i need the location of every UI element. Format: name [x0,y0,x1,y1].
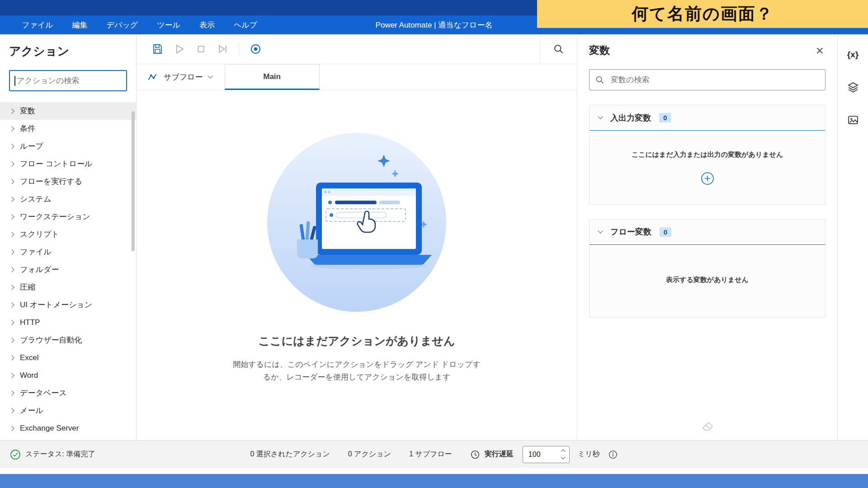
variables-panel-title: 変数 [589,43,610,57]
action-category-word[interactable]: Word [0,366,136,384]
chevron-right-icon [9,126,14,131]
image-icon [847,113,859,126]
action-category-file[interactable]: ファイル [0,243,136,261]
variables-pane-toggle[interactable]: {x} [844,45,863,64]
action-category-http[interactable]: HTTP [0,314,136,331]
stop-button[interactable] [190,38,212,60]
action-category-database[interactable]: データベース [0,384,136,402]
subflow-tab-bar: サブフロー Main [137,64,577,90]
chevron-right-icon [9,214,14,219]
spin-up-icon[interactable] [561,450,566,454]
chevron-right-icon [9,267,14,272]
stop-icon [195,43,207,55]
record-icon [250,43,262,55]
images-pane-toggle[interactable] [844,110,863,129]
status-text: ステータス: 準備完了 [25,450,95,459]
action-category-folder[interactable]: フォルダー [0,261,136,278]
action-category-run-flow[interactable]: フローを実行する [0,173,136,190]
menu-view[interactable]: 表示 [199,20,215,30]
run-delay-input[interactable]: 100 [523,446,570,463]
add-io-variable-button[interactable] [701,172,714,187]
menu-debug[interactable]: デバッグ [107,20,138,30]
info-icon[interactable] [608,450,618,460]
annotation-overlay: 何て名前の画面？ [537,0,868,28]
chevron-right-icon [9,179,14,184]
right-tool-rail: {x} [837,34,868,440]
action-category-system[interactable]: システム [0,190,136,208]
run-delay-unit: ミリ秒 [578,450,600,459]
category-label: ファイル [20,247,52,257]
menu-edit[interactable]: 編集 [72,20,88,30]
actions-list-scrollbar[interactable] [132,111,135,251]
canvas-search-button[interactable] [540,34,577,64]
action-category-compression[interactable]: 圧縮 [0,278,136,296]
run-delay-value: 100 [523,450,557,459]
empty-state-title: ここにはまだアクションがありません [259,333,455,348]
menu-tools[interactable]: ツール [157,20,180,30]
category-label: メール [20,405,43,416]
annotation-text: 何て名前の画面？ [632,3,774,25]
status-ok-icon [10,449,21,460]
flow-variables-empty-text: 表示する変数がありません [666,275,749,285]
run-delay-label: 実行遅延 [485,450,514,459]
search-icon [553,43,565,55]
chevron-right-icon [9,390,14,395]
save-button[interactable] [146,38,168,60]
ui-elements-pane-toggle[interactable] [844,78,863,97]
action-category-browser-automation[interactable]: ブラウザー自動化 [0,331,136,349]
action-category-ui-automation[interactable]: UI オートメーション [0,296,136,314]
action-category-conditions[interactable]: 条件 [0,120,136,137]
action-category-scripting[interactable]: スクリプト [0,225,136,243]
chevron-right-icon [9,108,14,113]
actions-category-list: 変数 条件 ループ フロー コントロール フローを実行する システム ワークステ… [0,102,136,440]
category-label: Excel [20,353,39,362]
chevron-right-icon [9,408,14,413]
save-icon [151,43,164,55]
spin-down-icon[interactable] [561,455,566,460]
clock-icon [470,450,480,460]
io-variables-count-badge: 0 [659,113,671,122]
action-category-exchange-server[interactable]: Exchange Server [0,419,136,437]
run-button[interactable] [168,38,190,60]
actions-search-placeholder: アクションの検索 [17,75,79,86]
actions-panel: アクション アクションの検索 変数 条件 ループ フロー コントロール フローを… [0,34,137,440]
variables-search-input[interactable]: 変数の検索 [589,69,826,90]
category-label: ワークステーション [20,211,90,222]
subflow-selector[interactable]: サブフロー [137,64,225,90]
category-label: Exchange Server [20,424,79,433]
run-next-action-button[interactable] [212,38,233,60]
eraser-icon [701,418,714,434]
close-icon[interactable]: × [814,44,826,57]
category-label: UI オートメーション [20,300,92,310]
search-icon [595,75,605,85]
chevron-down-icon [598,114,603,119]
io-variables-section-header[interactable]: 入出力変数 0 [590,105,825,131]
recorder-button[interactable] [245,38,266,60]
selected-actions-count: 0 選択されたアクション [250,450,330,459]
variables-braces-icon: {x} [847,50,859,60]
tab-main-subflow[interactable]: Main [225,64,320,90]
action-category-mail[interactable]: メール [0,402,136,419]
chevron-right-icon [9,373,14,378]
chevron-right-icon [9,302,14,307]
action-category-loops[interactable]: ループ [0,137,136,155]
flow-variables-section-header[interactable]: フロー変数 0 [590,220,825,245]
menu-file[interactable]: ファイル [22,20,53,30]
action-category-flow-control[interactable]: フロー コントロール [0,155,136,173]
flow-variables-count-badge: 0 [660,227,671,237]
run-icon [173,43,185,55]
text-caret [14,76,15,86]
chevron-right-icon [9,232,14,237]
empty-state-illustration [263,132,451,314]
chevron-right-icon [9,144,14,149]
action-category-variables[interactable]: 変数 [0,102,136,120]
category-label: フォルダー [20,264,59,275]
chevron-right-icon [9,249,14,254]
chevron-right-icon [9,338,14,343]
action-category-excel[interactable]: Excel [0,349,136,366]
variables-search-placeholder: 変数の検索 [611,75,649,85]
menu-help[interactable]: ヘルプ [234,20,257,30]
power-automate-designer-window: ファイル 編集 デバッグ ツール 表示 ヘルプ Power Automate |… [0,0,868,488]
actions-search-input[interactable]: アクションの検索 [9,70,127,91]
action-category-workstation[interactable]: ワークステーション [0,208,136,225]
